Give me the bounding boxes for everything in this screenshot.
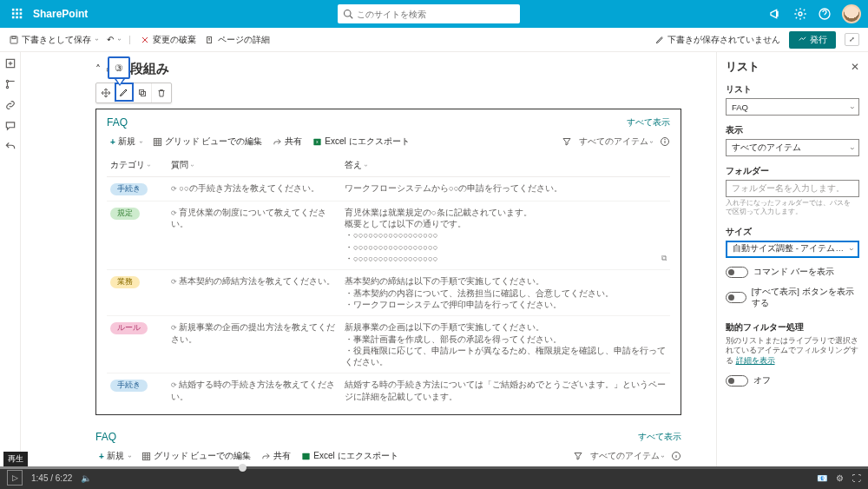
close-pane-button[interactable]: ✕: [851, 61, 859, 73]
label-folder: フォルダー: [726, 165, 859, 177]
svg-rect-0: [12, 9, 15, 11]
svg-rect-7: [16, 17, 18, 19]
search-box[interactable]: [338, 4, 520, 23]
play-button[interactable]: ▷: [7, 470, 23, 486]
view-select[interactable]: すべてのアイテム: [726, 139, 859, 156]
label-view: 表示: [726, 124, 859, 136]
col-category[interactable]: カテゴリ: [110, 160, 145, 169]
svg-point-9: [344, 10, 351, 17]
answer-cell: 結婚する時の手続き方法については「ご結婚おめでとうございます。」というページに詳…: [341, 373, 670, 407]
filter-icon-2[interactable]: [573, 451, 583, 461]
info-icon-2[interactable]: [671, 451, 681, 461]
svg-rect-3: [12, 12, 15, 15]
page-command-bar: 下書きとして保存 ↶ | 変更の破棄 ページの詳細 下書きが保存されていません …: [0, 28, 868, 52]
svg-rect-37: [142, 453, 149, 459]
toggle-icon: [726, 375, 748, 387]
add-section-icon[interactable]: [4, 57, 16, 69]
toggle-filter-off[interactable]: オフ: [726, 375, 859, 387]
svg-rect-2: [20, 9, 23, 11]
comment-icon[interactable]: [4, 120, 16, 132]
grid-edit-button[interactable]: グリッド ビューでの編集: [153, 135, 263, 148]
delete-webpart-button[interactable]: [152, 83, 171, 102]
category-pill: 手続き: [110, 380, 148, 392]
export-excel-button-2[interactable]: Excel にエクスポート: [301, 450, 398, 462]
export-excel-button[interactable]: xExcel にエクスポート: [312, 135, 409, 148]
unsaved-warning: 下書きが保存されていません: [655, 34, 780, 46]
annotation-circle-3: ③: [108, 56, 130, 79]
folder-input[interactable]: フォルダー名を入力します。: [726, 180, 859, 197]
label-size: サイズ: [726, 226, 859, 238]
grid-edit-button-2[interactable]: グリッド ビューでの編集: [141, 450, 252, 462]
toggle-commandbar[interactable]: コマンド バーを表示: [726, 267, 859, 278]
save-icon: [9, 35, 19, 45]
collapse-section-icon[interactable]: ˄: [95, 63, 101, 76]
undo-icon[interactable]: [4, 141, 16, 153]
svg-rect-6: [12, 17, 15, 19]
save-draft-button[interactable]: 下書きとして保存: [9, 34, 98, 46]
col-answer[interactable]: 答え: [345, 160, 362, 169]
view-selector[interactable]: すべてのアイテム: [579, 135, 653, 148]
video-progress-track[interactable]: [0, 466, 868, 469]
question-cell: 育児休業の制度について教えてください。: [168, 201, 341, 269]
app-name: SharePoint: [33, 8, 88, 20]
help-icon[interactable]: [818, 7, 832, 21]
category-pill: ルール: [110, 322, 148, 334]
copy-icon[interactable]: ⧉: [661, 253, 667, 264]
video-time: 1:45 / 6:22: [31, 473, 72, 483]
svg-rect-8: [20, 17, 23, 19]
publish-button[interactable]: 発行: [789, 31, 836, 49]
new-item-button[interactable]: +新規: [110, 135, 142, 148]
view-selector-2[interactable]: すべてのアイテム: [590, 450, 664, 462]
svg-line-10: [350, 16, 352, 18]
toggle-showall[interactable]: [すべて表示] ボタンを表示する: [726, 287, 859, 309]
volume-icon[interactable]: 🔈: [81, 473, 91, 483]
move-webpart-button[interactable]: [96, 83, 115, 102]
toggle-icon: [726, 292, 746, 303]
table-row[interactable]: 規定育児休業の制度について教えてください。育児休業は就業規定の○条に記載されてい…: [107, 201, 670, 269]
duplicate-webpart-button[interactable]: [133, 83, 152, 102]
undo-button[interactable]: ↶: [107, 35, 121, 44]
share-button[interactable]: 共有: [273, 135, 302, 148]
svg-point-22: [6, 86, 8, 88]
filter-icon[interactable]: [562, 136, 572, 147]
cc-icon[interactable]: 📧: [817, 473, 827, 483]
rail-icon-2[interactable]: [4, 78, 16, 90]
list-webpart-selected[interactable]: FAQ すべて表示 +新規 グリッド ビューでの編集 共有 xExcel にエク…: [95, 109, 681, 415]
table-row[interactable]: 手続き結婚する時の手続き方法を教えてください。結婚する時の手続き方法については「…: [107, 373, 670, 407]
show-all-link-2[interactable]: すべて表示: [638, 431, 681, 443]
fullscreen-icon[interactable]: ⛶: [852, 473, 861, 483]
expand-pane-button[interactable]: ⤢: [845, 33, 859, 46]
left-toolbox-rail: [0, 52, 21, 489]
list-select[interactable]: FAQ: [726, 98, 859, 116]
category-pill: 手続き: [110, 183, 148, 195]
table-row[interactable]: 業務基本契約の締結方法を教えてください。基本契約の締結は以下の手順で実施してくだ…: [107, 270, 670, 316]
size-select[interactable]: 自動サイズ調整 - アイテムの数に合わせ...: [726, 241, 859, 258]
col-question[interactable]: 質問: [171, 160, 188, 169]
section-dynamic-filter: 動的フィルター処理: [726, 321, 859, 334]
new-item-button-2[interactable]: +新規: [99, 450, 131, 462]
show-all-link[interactable]: すべて表示: [627, 116, 670, 129]
share-icon: [273, 137, 282, 147]
info-icon[interactable]: [660, 136, 670, 147]
megaphone-icon[interactable]: [769, 7, 783, 21]
share-button-2[interactable]: 共有: [261, 450, 291, 462]
filter-details-link[interactable]: 詳細を表示: [736, 356, 775, 365]
webpart-floating-toolbar: [95, 83, 172, 103]
publish-icon: [798, 35, 807, 44]
category-pill: 規定: [110, 208, 140, 220]
video-settings-icon[interactable]: ⚙: [836, 473, 844, 483]
annotation-pointer: [115, 79, 125, 86]
gear-icon[interactable]: [793, 7, 807, 21]
label-list: リスト: [726, 83, 859, 96]
table-row[interactable]: 手続き○○の手続き方法を教えてください。ワークフローシステムから○○の申請を行っ…: [107, 177, 670, 202]
app-launcher-icon[interactable]: [7, 3, 28, 24]
page-details-button[interactable]: ページの詳細: [205, 34, 270, 46]
avatar[interactable]: [842, 4, 861, 23]
discard-changes-button[interactable]: 変更の破棄: [140, 34, 196, 46]
table-row[interactable]: ルール新規事業の企画の提出方法を教えてください。新規事業の企画は以下の手順で実施…: [107, 316, 670, 373]
link-icon[interactable]: [4, 99, 16, 111]
search-input[interactable]: [357, 10, 515, 19]
svg-rect-13: [10, 36, 17, 43]
filter-description: 別のリストまたはライブラリで選択されているアイテムでフィルタリングする 詳細を表…: [726, 336, 859, 367]
folder-hint: 入れ子になったフォルダーでは、パスを で区切って入力します。: [726, 199, 859, 217]
